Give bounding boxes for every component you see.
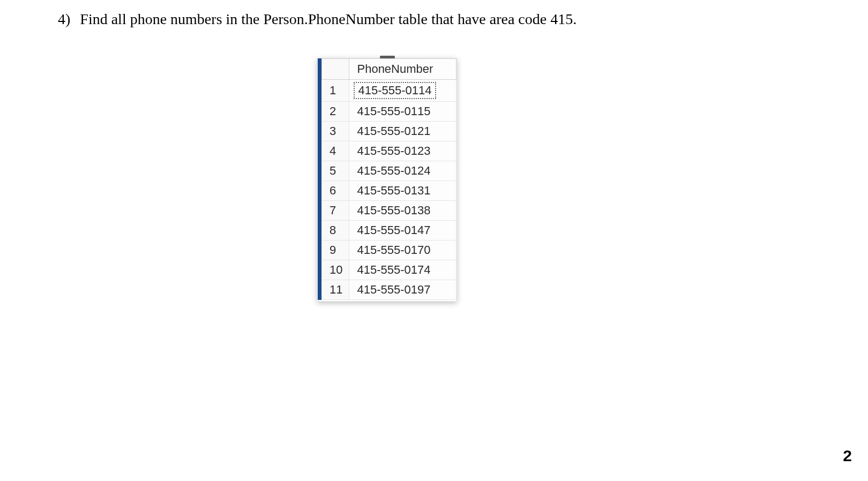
cell-phone[interactable]: 415-555-0174 <box>349 260 457 280</box>
cell-phone[interactable]: 415-555-0138 <box>349 201 457 221</box>
table-row[interactable]: 7 415-555-0138 <box>322 201 457 221</box>
cell-phone[interactable]: 415-555-0197 <box>349 280 457 300</box>
table-row[interactable]: 10 415-555-0174 <box>322 260 457 280</box>
corner-cell <box>322 59 349 80</box>
row-number: 6 <box>322 181 349 201</box>
results-grid[interactable]: PhoneNumber 1 415-555-0114 2 415-555-011… <box>321 58 457 300</box>
selected-cell-value: 415-555-0114 <box>354 82 436 99</box>
selection-stripe <box>318 58 321 300</box>
header-row: PhoneNumber <box>322 59 457 80</box>
question-row: 4) Find all phone numbers in the Person.… <box>58 11 577 28</box>
row-number: 1 <box>322 80 349 102</box>
row-number: 9 <box>322 241 349 260</box>
row-number: 7 <box>322 201 349 221</box>
cell-phone[interactable]: 415-555-0124 <box>349 161 457 181</box>
cell-phone[interactable]: 415-555-0121 <box>349 122 457 141</box>
row-number: 11 <box>322 280 349 300</box>
cell-phone[interactable]: 415-555-0123 <box>349 141 457 161</box>
table-row[interactable]: 9 415-555-0170 <box>322 241 457 260</box>
cell-phone[interactable]: 415-555-0115 <box>349 102 457 122</box>
row-number: 5 <box>322 161 349 181</box>
page-number: 2 <box>843 447 852 465</box>
cell-phone[interactable]: 415-555-0131 <box>349 181 457 201</box>
table-row[interactable]: 6 415-555-0131 <box>322 181 457 201</box>
cell-phone[interactable]: 415-555-0147 <box>349 221 457 241</box>
table-row[interactable]: 8 415-555-0147 <box>322 221 457 241</box>
column-header-phone[interactable]: PhoneNumber <box>349 59 457 80</box>
table-row[interactable]: 11 415-555-0197 <box>322 280 457 300</box>
question-text: Find all phone numbers in the Person.Pho… <box>80 11 577 28</box>
table-row[interactable]: 1 415-555-0114 <box>322 80 457 102</box>
question-number: 4) <box>58 11 70 28</box>
cell-phone[interactable]: 415-555-0170 <box>349 241 457 260</box>
grid-body: 1 415-555-0114 2 415-555-0115 3 415-555-… <box>322 80 457 300</box>
row-number: 4 <box>322 141 349 161</box>
table-row[interactable]: 4 415-555-0123 <box>322 141 457 161</box>
row-number: 10 <box>322 260 349 280</box>
table-row[interactable]: 3 415-555-0121 <box>322 122 457 141</box>
row-number: 8 <box>322 221 349 241</box>
row-number: 3 <box>322 122 349 141</box>
row-number: 2 <box>322 102 349 122</box>
table-row[interactable]: 5 415-555-0124 <box>322 161 457 181</box>
results-panel: PhoneNumber 1 415-555-0114 2 415-555-011… <box>317 58 457 302</box>
table-row[interactable]: 2 415-555-0115 <box>322 102 457 122</box>
cell-phone[interactable]: 415-555-0114 <box>349 80 457 102</box>
